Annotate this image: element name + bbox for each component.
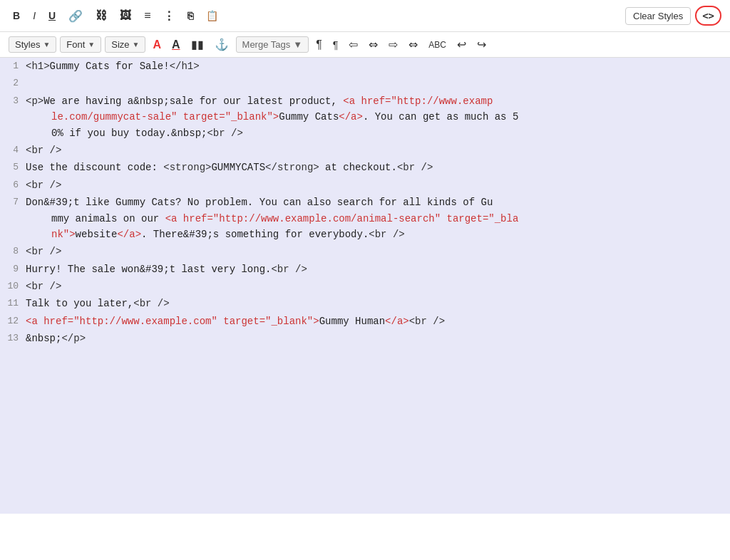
code-line: 12 <a href="http://www.example.com" targ… bbox=[0, 313, 730, 330]
code-line: 1 <h1>Gummy Cats for Sale!</h1> bbox=[0, 58, 730, 75]
line-number: 6 bbox=[0, 177, 26, 193]
code-line: 2 bbox=[0, 75, 730, 92]
align-justify-button[interactable]: ⇔ bbox=[405, 36, 421, 53]
align-full-button[interactable]: ▮▮ bbox=[187, 36, 207, 53]
line-content: Use the discount code: <strong>GUMMYCATS… bbox=[26, 160, 730, 175]
code-icon: <> bbox=[702, 10, 714, 21]
code-editor[interactable]: 1 <h1>Gummy Cats for Sale!</h1> 2 3 <p>W… bbox=[0, 58, 730, 514]
align-right-button[interactable]: ⇨ bbox=[385, 36, 401, 53]
ordered-list-button[interactable]: ≡ bbox=[140, 6, 155, 25]
line-content: Talk to you later,<br /> bbox=[26, 296, 730, 311]
font-color-button[interactable]: A bbox=[149, 36, 165, 53]
underline-button[interactable]: U bbox=[44, 7, 60, 24]
size-dropdown[interactable]: Size ▼ bbox=[105, 36, 145, 53]
line-content: <a href="http://www.example.com" target=… bbox=[26, 313, 730, 329]
undo-button[interactable]: ↩ bbox=[453, 36, 470, 53]
code-line: 4 <br /> bbox=[0, 142, 730, 159]
code-line: 10 <br /> bbox=[0, 278, 730, 295]
merge-tags-dropdown[interactable]: Merge Tags ▼ bbox=[236, 36, 309, 53]
line-number: 9 bbox=[0, 261, 26, 277]
format-button[interactable]: ¶ bbox=[329, 37, 342, 53]
code-line: 8 <br /> bbox=[0, 243, 730, 260]
line-number: 11 bbox=[0, 296, 26, 311]
code-line: 9 Hurry! The sale won&#39;t last very lo… bbox=[0, 261, 730, 278]
size-arrow-icon: ▼ bbox=[133, 41, 140, 48]
font-label: Font bbox=[66, 39, 85, 50]
line-number: 7 bbox=[0, 195, 26, 210]
spell-check-button[interactable]: ABC bbox=[425, 38, 450, 52]
toolbar-row1: B I U 🔗 ⛓ 🖼 ≡ ⋮ ⎘ 📋 Clear Styles <> bbox=[0, 0, 730, 32]
copy-button[interactable]: ⎘ bbox=[183, 7, 197, 24]
code-view-button[interactable]: <> bbox=[695, 6, 721, 26]
line-content: <br /> bbox=[26, 244, 730, 259]
line-number: 12 bbox=[0, 313, 26, 329]
merge-tags-label: Merge Tags bbox=[242, 39, 291, 50]
toolbar-row2: Styles ▼ Font ▼ Size ▼ A A ▮▮ ⚓ Merge Ta… bbox=[0, 32, 730, 58]
line-content: <br /> bbox=[26, 142, 730, 158]
line-number: 10 bbox=[0, 279, 26, 294]
line-content: <h1>Gummy Cats for Sale!</h1> bbox=[26, 58, 730, 74]
font-arrow-icon: ▼ bbox=[88, 41, 95, 48]
line-number: 8 bbox=[0, 244, 26, 259]
line-content: <p>We are having a&nbsp;sale for our lat… bbox=[26, 93, 730, 141]
align-left-button[interactable]: ⇦ bbox=[345, 36, 361, 53]
italic-button[interactable]: I bbox=[29, 7, 40, 24]
unordered-list-button[interactable]: ⋮ bbox=[159, 6, 179, 26]
line-number: 13 bbox=[0, 331, 26, 346]
align-center-button[interactable]: ⇔ bbox=[365, 36, 381, 53]
styles-label: Styles bbox=[15, 39, 40, 50]
line-number: 5 bbox=[0, 160, 26, 175]
code-line: 7 Don&#39;t like Gummy Cats? No problem.… bbox=[0, 194, 730, 243]
line-content bbox=[26, 76, 730, 91]
styles-dropdown[interactable]: Styles ▼ bbox=[9, 36, 56, 53]
line-content: <br /> bbox=[26, 177, 730, 193]
anchor-button[interactable]: ⚓ bbox=[211, 36, 232, 53]
code-line: 6 <br /> bbox=[0, 177, 730, 194]
line-content: Don&#39;t like Gummy Cats? No problem. Y… bbox=[26, 195, 730, 242]
line-number: 4 bbox=[0, 142, 26, 158]
line-number: 3 bbox=[0, 93, 26, 109]
code-line: 13 &nbsp;</p> bbox=[0, 330, 730, 347]
link-button[interactable]: 🔗 bbox=[64, 6, 87, 26]
clear-styles-button[interactable]: Clear Styles bbox=[625, 7, 691, 25]
unlink-button[interactable]: ⛓ bbox=[91, 6, 111, 25]
redo-button[interactable]: ↪ bbox=[473, 36, 490, 53]
image-button[interactable]: 🖼 bbox=[115, 6, 135, 25]
highlight-button[interactable]: A bbox=[168, 36, 184, 53]
line-content: Hurry! The sale won&#39;t last very long… bbox=[26, 261, 730, 277]
line-content: &nbsp;</p> bbox=[26, 331, 730, 346]
code-line: 5 Use the discount code: <strong>GUMMYCA… bbox=[0, 159, 730, 176]
merge-tags-arrow-icon: ▼ bbox=[293, 39, 302, 50]
size-label: Size bbox=[111, 39, 129, 50]
line-number: 2 bbox=[0, 76, 26, 91]
line-content: <br /> bbox=[26, 279, 730, 294]
paste-button[interactable]: 📋 bbox=[202, 7, 222, 24]
code-line: 3 <p>We are having a&nbsp;sale for our l… bbox=[0, 93, 730, 142]
bold-button[interactable]: B bbox=[9, 7, 24, 24]
code-line: 11 Talk to you later,<br /> bbox=[0, 295, 730, 312]
paragraph-button[interactable]: ¶ bbox=[312, 36, 326, 53]
styles-arrow-icon: ▼ bbox=[43, 41, 50, 48]
font-dropdown[interactable]: Font ▼ bbox=[60, 36, 101, 53]
line-number: 1 bbox=[0, 58, 26, 74]
